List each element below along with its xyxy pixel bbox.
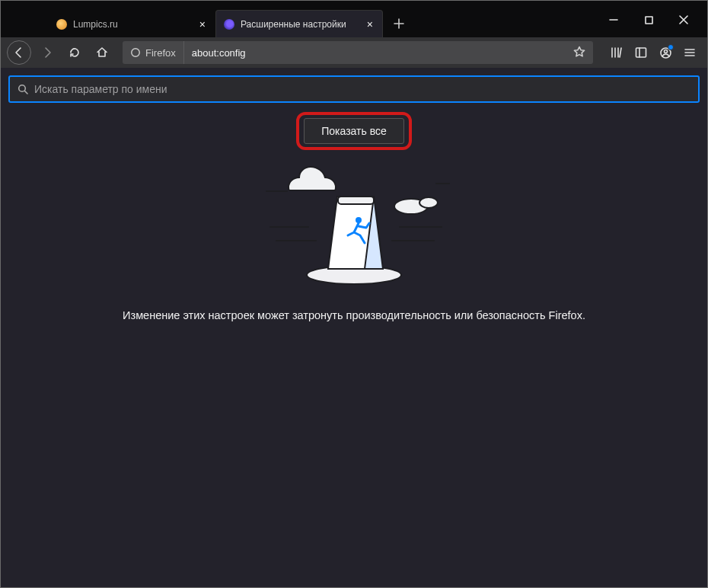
browser-window: Lumpics.ru × Расширенные настройки × [0, 0, 708, 588]
search-icon [18, 84, 28, 94]
caution-illustration-icon [240, 155, 468, 288]
library-icon[interactable] [605, 41, 628, 64]
show-all-wrap: Показать все [304, 118, 403, 144]
tab-strip: Lumpics.ru × Расширенные настройки × [1, 10, 410, 37]
svg-rect-2 [636, 48, 646, 57]
minimize-button[interactable] [596, 8, 631, 32]
tab-label: Расширенные настройки [241, 19, 359, 30]
svg-point-1 [132, 49, 140, 57]
firefox-logo-icon [130, 47, 141, 58]
svg-point-4 [664, 50, 667, 53]
show-all-button[interactable]: Показать все [304, 118, 403, 144]
tab-label: Lumpics.ru [73, 19, 192, 30]
bookmark-star-icon[interactable] [566, 46, 593, 60]
tab-lumpics[interactable]: Lumpics.ru × [48, 10, 215, 37]
close-tab-icon[interactable]: × [365, 19, 375, 30]
toolbar-right-icons [605, 41, 701, 64]
firefox-favicon-icon [224, 19, 234, 30]
titlebar: Lumpics.ru × Расширенные настройки × [1, 1, 707, 37]
sidebar-icon[interactable] [630, 41, 652, 64]
config-search-box[interactable] [8, 75, 700, 103]
back-button[interactable] [7, 40, 31, 65]
svg-point-7 [419, 197, 438, 208]
window-controls [596, 7, 707, 33]
identity-label: Firefox [145, 47, 176, 59]
notification-dot-icon [668, 44, 674, 50]
forward-button[interactable] [36, 41, 59, 64]
svg-rect-17 [338, 197, 374, 204]
identity-box[interactable]: Firefox [123, 41, 184, 64]
config-search-input[interactable] [34, 83, 690, 95]
maximize-button[interactable] [631, 8, 666, 32]
new-tab-button[interactable] [387, 12, 410, 35]
close-window-button[interactable] [666, 8, 701, 32]
reload-button[interactable] [63, 41, 86, 64]
navigation-toolbar: Firefox about:config [1, 37, 707, 68]
page-content: Показать все [1, 68, 707, 587]
warning-text: Изменение этих настроек может затронуть … [123, 309, 585, 321]
close-tab-icon[interactable]: × [198, 19, 207, 30]
url-bar[interactable]: Firefox about:config [123, 41, 593, 64]
url-text: about:config [184, 47, 566, 59]
app-menu-icon[interactable] [678, 41, 701, 64]
tab-about-config[interactable]: Расширенные настройки × [215, 10, 383, 37]
svg-rect-0 [646, 17, 652, 24]
home-button[interactable] [91, 41, 113, 64]
account-icon[interactable] [654, 41, 677, 64]
favicon-icon [56, 19, 67, 30]
